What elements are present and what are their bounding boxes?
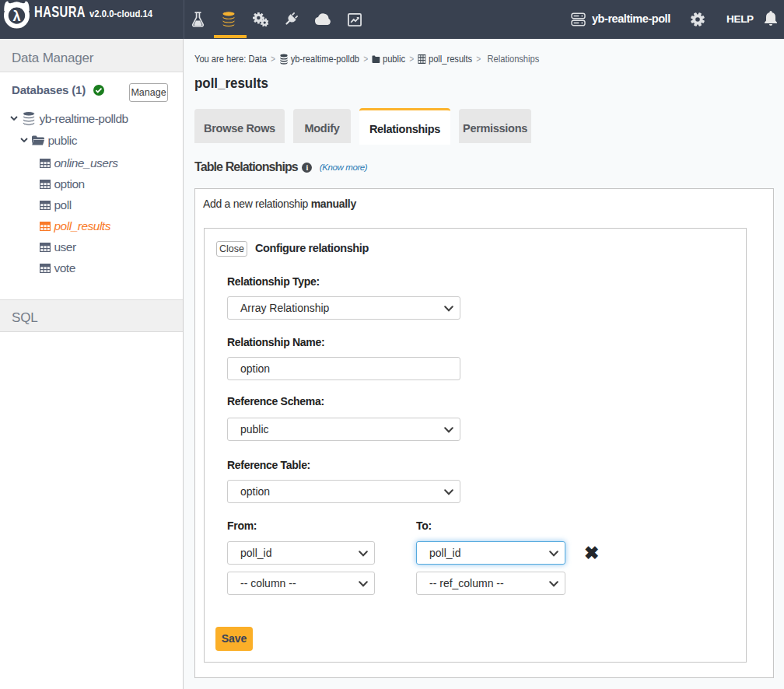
svg-text:λ: λ: [12, 9, 20, 24]
